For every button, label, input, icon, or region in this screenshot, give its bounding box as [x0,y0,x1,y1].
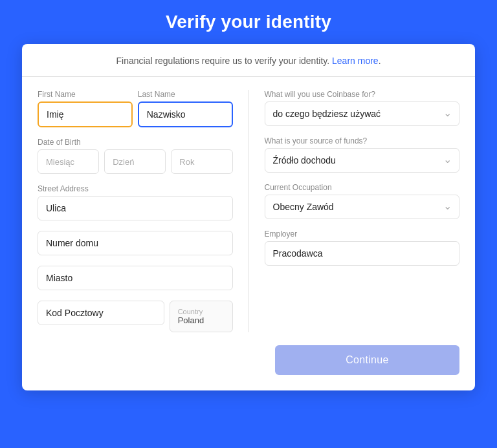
occupation-label: Current Occupation [265,183,460,192]
left-column: First Name Last Name Date of Birth [38,90,249,332]
last-name-input[interactable] [138,101,233,127]
street-label: Street Address [38,184,233,193]
first-name-input[interactable] [38,101,133,127]
day-input[interactable] [104,149,166,174]
first-name-label: First Name [38,90,133,99]
postal-input[interactable] [38,301,164,325]
name-row: First Name Last Name [38,90,233,127]
use-group: What will you use Coinbase for? do czego… [265,90,460,126]
country-label: Country [178,308,225,315]
day-col [104,149,166,174]
year-col [171,149,232,174]
postal-country-row: Country Poland [38,301,233,332]
use-select[interactable]: do czego będziesz używać [265,101,460,126]
street-input[interactable] [38,196,233,220]
notice-text: Financial regulations require us to veri… [116,56,329,66]
use-label: What will you use Coinbase for? [265,90,460,99]
month-input[interactable] [38,149,99,174]
dob-label: Date of Birth [38,138,233,147]
country-static: Country Poland [170,301,233,332]
continue-button[interactable]: Continue [275,345,459,375]
unit-input[interactable] [38,231,233,255]
country-group: Country Poland [170,301,233,332]
street-group: Street Address [38,184,233,220]
first-name-group: First Name [38,90,133,127]
source-select-wrapper: Źródło dochodu [265,148,460,173]
dob-group: Date of Birth [38,138,233,174]
postal-group [38,301,164,332]
learn-more-link[interactable]: Learn more [332,56,379,66]
year-input[interactable] [171,149,232,174]
city-group [38,266,233,290]
last-name-group: Last Name [138,90,233,127]
occupation-select[interactable]: Obecny Zawód [265,195,460,219]
country-value: Poland [178,315,225,325]
right-column: What will you use Coinbase for? do czego… [249,90,460,332]
page-title: Verify your identity [0,12,497,32]
main-card: Financial regulations require us to veri… [22,44,475,390]
employer-label: Employer [265,229,460,239]
card-notice: Financial regulations require us to veri… [22,44,475,77]
card-body: First Name Last Name Date of Birth [22,77,475,332]
unit-group [38,231,233,255]
source-group: What is your source of funds? Źródło doc… [265,136,460,173]
dob-row [38,149,233,174]
card-footer: Continue [22,332,475,375]
occupation-select-wrapper: Obecny Zawód [265,195,460,219]
last-name-label: Last Name [138,90,233,99]
use-select-wrapper: do czego będziesz używać [265,101,460,126]
city-input[interactable] [38,266,233,290]
source-select[interactable]: Źródło dochodu [265,148,460,173]
employer-group: Employer [265,229,460,266]
source-label: What is your source of funds? [265,136,460,145]
occupation-group: Current Occupation Obecny Zawód [265,183,460,219]
month-col [38,149,99,174]
employer-input[interactable] [265,241,460,266]
